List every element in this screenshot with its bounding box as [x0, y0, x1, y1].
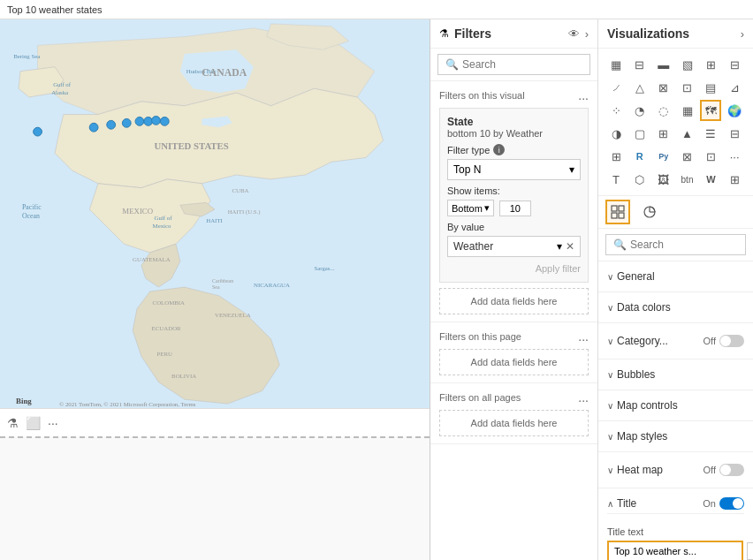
viz-title-toggle-switch[interactable] — [719, 497, 744, 510]
viz-section-map-styles: ∨ Map styles — [598, 421, 753, 452]
viz-section-heat-map: ∨ Heat map Off — [598, 452, 753, 488]
viz-section-general-header[interactable]: ∨ General — [607, 267, 744, 286]
viz-table-icon[interactable]: ⊟ — [724, 123, 745, 144]
viz-clustered-bar-icon[interactable]: ⊟ — [629, 54, 650, 75]
svg-text:Caribbean: Caribbean — [212, 278, 233, 284]
viz-100pct-bar-icon[interactable]: ▬ — [653, 54, 674, 75]
viz-100pct-column-icon[interactable]: ⊟ — [724, 54, 745, 75]
viz-card-icon[interactable]: ▢ — [629, 123, 650, 144]
svg-text:Bing: Bing — [16, 397, 32, 405]
filters-on-this-page-more[interactable]: ... — [578, 329, 589, 344]
show-items-label: Show items: — [447, 185, 581, 196]
focus-mode-icon[interactable]: ⬜ — [26, 416, 41, 430]
viz-search-box[interactable]: 🔍 — [605, 234, 746, 255]
viz-kpi-icon[interactable]: ▲ — [677, 123, 698, 144]
viz-decomp-icon[interactable]: ⊡ — [700, 146, 721, 167]
viz-title-header: ∧ Title On — [607, 494, 744, 514]
fx-button[interactable]: fx — [747, 542, 753, 560]
viz-chevron-icon[interactable]: › — [741, 27, 744, 41]
viz-section-data-colors-header[interactable]: ∨ Data colors — [607, 298, 744, 317]
viz-section-map-styles-header[interactable]: ∨ Map styles — [607, 427, 744, 446]
viz-search: 🔍 — [598, 229, 753, 261]
viz-funnel-icon[interactable]: ⊿ — [724, 77, 745, 98]
viz-button-icon[interactable]: btn — [677, 169, 698, 190]
svg-text:BOLIVIA: BOLIVIA — [171, 373, 196, 379]
apply-filter-btn[interactable]: Apply filter — [447, 262, 581, 275]
filters-search-input[interactable] — [462, 58, 582, 71]
filters-on-all-pages-section: Filters on all pages ... Add data fields… — [430, 383, 597, 444]
filters-search-box[interactable]: 🔍 — [437, 54, 590, 75]
viz-r-icon[interactable]: R — [629, 146, 650, 167]
viz-bubbles-label: Bubbles — [617, 368, 655, 381]
viz-treemap-icon[interactable]: ▦ — [677, 100, 698, 121]
viz-title-toggle[interactable]: On — [703, 497, 744, 510]
viz-map-icon[interactable]: 🗺 — [700, 100, 721, 121]
add-fields-btn-all-pages[interactable]: Add data fields here — [439, 410, 589, 436]
more-options-icon[interactable]: ··· — [48, 416, 58, 430]
viz-multi-card-icon[interactable]: ⊞ — [653, 123, 674, 144]
filter-chevron-icon[interactable]: › — [585, 27, 589, 41]
svg-text:HAITI (U.S.): HAITI (U.S.) — [228, 208, 261, 216]
filters-header: ⚗ Filters 👁 › — [430, 19, 597, 49]
viz-heat-map-header[interactable]: ∨ Heat map — [607, 460, 663, 480]
viz-section-bubbles-header[interactable]: ∨ Bubbles — [607, 365, 744, 384]
by-value-field[interactable]: Weather ▾ ✕ — [447, 236, 581, 257]
viz-waterfall-icon[interactable]: ▤ — [700, 77, 721, 98]
viz-clustered-column-icon[interactable]: ⊞ — [700, 54, 721, 75]
viz-heat-map-toggle[interactable]: Off — [704, 464, 744, 476]
by-value-clear-icon[interactable]: ✕ — [566, 240, 574, 253]
svg-text:Pacific: Pacific — [22, 203, 42, 211]
viz-line-column-icon[interactable]: ⊠ — [653, 77, 674, 98]
filters-on-this-visual-more[interactable]: ... — [578, 88, 589, 102]
map-container[interactable]: Gulf of Mexico HAITI Pacific Ocean Berin… — [0, 19, 430, 408]
viz-image-icon[interactable]: 🖼 — [653, 169, 674, 190]
show-items-count-input[interactable]: 10 — [499, 201, 531, 216]
viz-filled-map-icon[interactable]: 🌍 — [724, 100, 745, 121]
viz-category-header[interactable]: ∨ Category... — [607, 331, 668, 351]
viz-category-toggle[interactable]: Off — [704, 335, 744, 347]
show-items-row: Bottom ▾ 10 — [447, 200, 581, 216]
show-items-direction-dropdown[interactable]: Bottom ▾ — [447, 200, 494, 216]
by-value-chevron: ▾ — [557, 240, 562, 253]
viz-scatter-icon[interactable]: ⁘ — [605, 100, 627, 121]
viz-section-map-controls-header[interactable]: ∨ Map controls — [607, 396, 744, 415]
viz-shape-icon[interactable]: ⬡ — [629, 169, 650, 190]
viz-slicer-icon[interactable]: ☰ — [700, 123, 721, 144]
show-items-chevron: ▾ — [484, 202, 490, 214]
viz-pie-icon[interactable]: ◔ — [629, 100, 650, 121]
viz-more-icon[interactable]: ··· — [724, 146, 745, 167]
title-text-input[interactable] — [607, 541, 743, 560]
viz-analytics-icon[interactable] — [637, 200, 662, 224]
viz-text-icon[interactable]: T — [605, 169, 627, 190]
viz-field-icon[interactable]: ⊞ — [724, 169, 745, 190]
filters-title: Filters — [454, 26, 563, 41]
filter-type-dropdown[interactable]: Top N ▾ — [447, 159, 581, 180]
viz-w-icon[interactable]: W — [700, 169, 721, 190]
filter-toolbar-icon[interactable]: ⚗ — [7, 416, 19, 430]
filter-type-info-icon[interactable]: i — [493, 144, 505, 155]
viz-line-icon[interactable]: ⟋ — [605, 77, 627, 98]
viz-stacked-bar-icon[interactable]: ▦ — [605, 54, 627, 75]
viz-aq-icon[interactable]: ⊠ — [677, 146, 698, 167]
filter-eye-icon[interactable]: 👁 — [568, 27, 580, 41]
viz-stacked-column-icon[interactable]: ▧ — [677, 54, 698, 75]
svg-text:PERU: PERU — [156, 351, 172, 357]
filters-on-all-pages-more[interactable]: ... — [578, 390, 589, 405]
add-fields-btn-page[interactable]: Add data fields here — [439, 349, 589, 375]
filter-type-value: Top N — [453, 163, 481, 176]
viz-py-icon[interactable]: Py — [653, 146, 674, 167]
map-dot — [152, 117, 161, 125]
map-dot — [107, 120, 116, 129]
filter-type-label-row: Filter type i — [447, 144, 581, 155]
viz-area-icon[interactable]: △ — [629, 77, 650, 98]
viz-heat-map-toggle-switch[interactable] — [719, 464, 744, 476]
viz-gauge-icon[interactable]: ◑ — [605, 123, 627, 144]
viz-matrix-icon[interactable]: ⊞ — [605, 146, 627, 167]
viz-category-toggle-switch[interactable] — [719, 335, 744, 347]
viz-fields-mode-icon[interactable] — [605, 200, 630, 224]
viz-donut-icon[interactable]: ◌ — [653, 100, 674, 121]
add-fields-btn-visual[interactable]: Add data fields here — [439, 288, 589, 314]
show-items-direction-value: Bottom — [452, 203, 483, 214]
viz-ribbon-icon[interactable]: ⊡ — [677, 77, 698, 98]
viz-search-input[interactable] — [630, 238, 738, 251]
